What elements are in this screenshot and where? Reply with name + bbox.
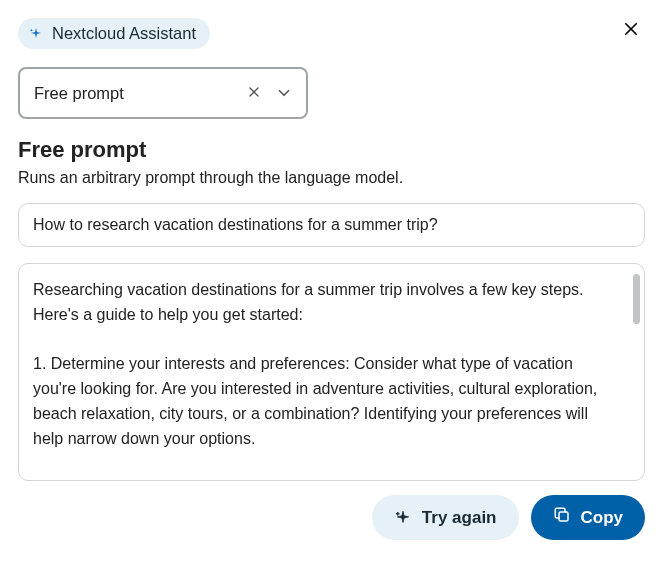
sparkle-icon: [28, 26, 44, 42]
task-heading: Free prompt: [18, 137, 645, 163]
task-type-select[interactable]: Free prompt: [18, 67, 308, 119]
task-type-selected-label: Free prompt: [34, 84, 236, 103]
task-type-clear-button[interactable]: [242, 81, 266, 105]
close-icon: [246, 84, 262, 103]
assistant-header-pill: Nextcloud Assistant: [18, 18, 210, 49]
prompt-input[interactable]: How to research vacation destinations fo…: [18, 203, 645, 247]
close-button[interactable]: [617, 16, 645, 44]
assistant-header-label: Nextcloud Assistant: [52, 24, 196, 43]
svg-rect-4: [559, 512, 568, 521]
output-box[interactable]: Researching vacation destinations for a …: [18, 263, 645, 481]
close-icon: [622, 20, 640, 41]
scrollbar-thumb[interactable]: [633, 274, 640, 324]
actions-row: Try again Copy: [18, 495, 645, 540]
chevron-down-icon: [272, 81, 296, 105]
copy-icon: [553, 506, 571, 529]
task-description: Runs an arbitrary prompt through the lan…: [18, 169, 645, 187]
copy-button[interactable]: Copy: [531, 495, 646, 540]
copy-label: Copy: [581, 508, 624, 528]
prompt-input-value: How to research vacation destinations fo…: [33, 216, 438, 233]
output-text: Researching vacation destinations for a …: [33, 278, 630, 462]
try-again-button[interactable]: Try again: [372, 495, 519, 540]
sparkle-icon: [394, 509, 412, 527]
try-again-label: Try again: [422, 508, 497, 528]
